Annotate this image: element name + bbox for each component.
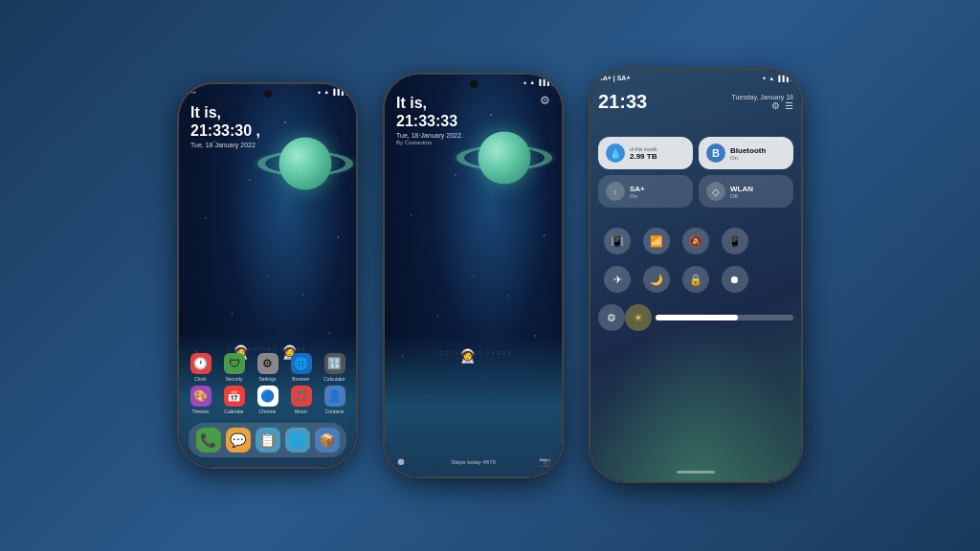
wlan-label: WLAN bbox=[730, 185, 753, 193]
tile-sa-text: SA+ On bbox=[630, 185, 645, 199]
app-calendar[interactable]: 📅 Calendar bbox=[219, 386, 250, 414]
app-contacts-icon: 👤 bbox=[324, 386, 345, 407]
wifi-right: ▲ bbox=[768, 76, 774, 81]
edit-icon-right[interactable]: ☰ bbox=[785, 100, 793, 111]
app-chrome-label: Chrome bbox=[259, 408, 277, 414]
lock-btn[interactable]: 🔒 bbox=[682, 266, 709, 293]
home-indicator-right[interactable] bbox=[677, 471, 715, 474]
status-icons-right: ✦ ▲ ▐▐▐ ▮ bbox=[762, 75, 793, 81]
clock-author-center: By Costantino bbox=[396, 140, 463, 145]
tile-wlan[interactable]: ◇ WLAN Off bbox=[699, 175, 793, 208]
brightness-slider-container[interactable] bbox=[656, 304, 793, 331]
app-cal-label: Calendar bbox=[224, 408, 243, 414]
app-row-1: 🕐 Clock 🛡 Security ⚙ Settings 🌐 Browser … bbox=[184, 353, 351, 382]
date-right: Tuesday, January 18 bbox=[731, 94, 793, 100]
app-contacts[interactable]: 👤 Contacts bbox=[320, 386, 350, 414]
bt-icon-center: ✦ bbox=[523, 79, 527, 86]
signal-right: ▐▐▐ bbox=[776, 76, 789, 81]
airplane-btn[interactable]: ✈ bbox=[604, 266, 631, 293]
signal-left: ▐▐▐ bbox=[331, 89, 344, 95]
gear-btn[interactable]: ⚙ bbox=[598, 304, 625, 331]
tile-sa[interactable]: ↕ SA+ On bbox=[598, 175, 693, 208]
dock-left: 📞 💬 📋 🌐 📦 bbox=[189, 423, 346, 457]
extra2-btn[interactable] bbox=[761, 266, 788, 293]
screen-btn[interactable]: 📱 bbox=[722, 228, 748, 254]
app-cal-icon: 📅 bbox=[224, 386, 245, 407]
app-settings-icon: ⚙ bbox=[257, 353, 278, 374]
punch-hole-left bbox=[264, 90, 272, 98]
bluetooth-icon: B bbox=[706, 143, 725, 163]
clock-date-center: Tue, 18 January 2022. bbox=[396, 132, 463, 139]
carrier-left: SA+ bbox=[187, 89, 196, 95]
data-label: 2.99 TB bbox=[630, 152, 657, 161]
app-browser-icon: 🌐 bbox=[291, 353, 312, 374]
wifi-icon-left: ▲ bbox=[323, 89, 329, 95]
app-row-2: 🎨 Themes 📅 Calendar 🔵 Chrome 🎵 Music 👤 bbox=[184, 386, 351, 414]
gear-icon-center[interactable]: ⚙ bbox=[540, 94, 550, 107]
dock-messages[interactable]: 💬 bbox=[226, 428, 251, 452]
bt-icon-right: ✦ bbox=[762, 75, 767, 81]
app-music-icon: 🎵 bbox=[291, 386, 312, 407]
steps-bar: Steps today 4679 bbox=[451, 459, 496, 465]
app-settings[interactable]: ⚙ Settings bbox=[253, 353, 283, 382]
sa-sublabel: On bbox=[630, 193, 645, 199]
settings-icon-right[interactable]: ⚙ bbox=[771, 100, 780, 111]
carrier-right: SA+ | SA+ bbox=[598, 75, 630, 81]
app-clock[interactable]: 🕐 Clock bbox=[186, 353, 216, 382]
phone-right: SA+ | SA+ ✦ ▲ ▐▐▐ ▮ 21:33 Tuesday, Janua… bbox=[590, 70, 801, 481]
record-btn[interactable]: ⏺ bbox=[722, 266, 748, 293]
clock-time2-center: 21:33:33 bbox=[396, 112, 463, 130]
brightness-fill bbox=[656, 315, 738, 320]
bt-sublabel: On bbox=[730, 155, 766, 161]
wlan-sublabel: Off bbox=[730, 193, 753, 199]
dock-files[interactable]: 📋 bbox=[256, 428, 280, 452]
wifi-cell-btn[interactable]: 📶 bbox=[643, 228, 670, 254]
mute-btn[interactable]: 🔕 bbox=[682, 228, 709, 254]
time-row-right: 21:33 Tuesday, January 18 ⚙ ☰ bbox=[598, 91, 793, 113]
app-browser[interactable]: 🌐 Browser bbox=[286, 353, 317, 382]
app-grid-left: 🕐 Clock 🛡 Security ⚙ Settings 🌐 Browser … bbox=[184, 353, 351, 414]
clock-time-center: It is, bbox=[396, 94, 463, 112]
vibrate-btn[interactable]: 📳 bbox=[604, 228, 631, 254]
planet-center bbox=[461, 115, 547, 201]
app-security[interactable]: 🛡 Security bbox=[219, 353, 250, 382]
tile-data[interactable]: 💧 of this month 2.99 TB bbox=[598, 137, 693, 169]
app-music[interactable]: 🎵 Music bbox=[286, 386, 317, 414]
data-icon: 💧 bbox=[606, 143, 625, 163]
right-header-icons: ⚙ ☰ bbox=[771, 100, 793, 111]
tile-data-text: of this month 2.99 TB bbox=[630, 146, 657, 161]
control-row-3: ⚙ ☀ bbox=[598, 304, 793, 331]
time-right: 21:33 bbox=[598, 91, 647, 113]
app-chrome[interactable]: 🔵 Chrome bbox=[253, 386, 283, 414]
dock-store[interactable]: 📦 bbox=[315, 428, 340, 452]
home-dot-center[interactable]: ⏺ bbox=[396, 456, 406, 467]
dock-browser[interactable]: 🌐 bbox=[285, 428, 310, 452]
camera-icon-center[interactable]: 📷 bbox=[539, 456, 550, 467]
app-themes[interactable]: 🎨 Themes bbox=[186, 386, 216, 414]
app-themes-icon: 🎨 bbox=[190, 386, 212, 407]
wifi-icon-center: ▲ bbox=[529, 79, 535, 85]
tile-wlan-text: WLAN Off bbox=[730, 185, 753, 199]
status-bar-right: SA+ | SA+ ✦ ▲ ▐▐▐ ▮ bbox=[598, 75, 793, 81]
tile-bluetooth[interactable]: B Bluetooth On bbox=[699, 137, 793, 169]
app-calc-icon: 🔢 bbox=[324, 353, 345, 374]
signal-center: ▐▐▐ bbox=[537, 79, 549, 85]
control-row-2: ✈ 🌙 🔒 ⏺ bbox=[598, 266, 793, 293]
app-browser-label: Browser bbox=[292, 376, 309, 382]
app-music-label: Music bbox=[295, 408, 307, 414]
watermark-center: COSTANTINO THEME bbox=[434, 350, 513, 356]
dock-phone[interactable]: 📞 bbox=[196, 428, 221, 452]
phone-left: 🧑‍🚀 🧑‍🚀 COSTANTINO THEME SA+ ✦ ▲ ▐▐▐ ▮ I… bbox=[179, 84, 356, 467]
battery-center: ▮ bbox=[551, 79, 554, 86]
punch-hole-center bbox=[470, 80, 478, 88]
wlan-icon: ◇ bbox=[706, 182, 725, 201]
app-clock-label: Clock bbox=[194, 376, 207, 382]
app-security-label: Security bbox=[225, 376, 242, 382]
app-calculator[interactable]: 🔢 Calculator bbox=[320, 353, 350, 382]
extra1-btn[interactable] bbox=[761, 228, 788, 254]
brightness-btn[interactable]: ☀ bbox=[625, 304, 652, 331]
bt-label: Bluetooth bbox=[730, 146, 766, 155]
clock-left: It is, 21:33:30 , Tue, 18 January 2022 bbox=[190, 103, 260, 148]
app-themes-label: Themes bbox=[191, 408, 209, 414]
moon-btn[interactable]: 🌙 bbox=[643, 266, 670, 293]
